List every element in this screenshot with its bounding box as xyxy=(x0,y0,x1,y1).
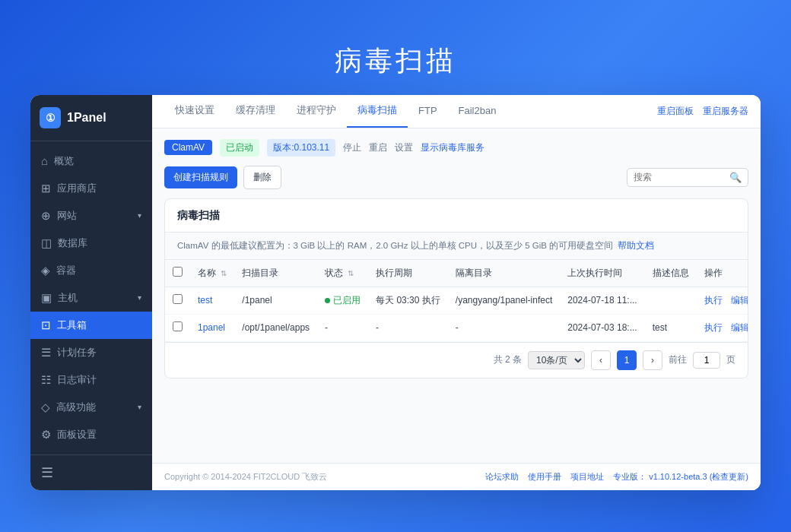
total-count: 共 2 条 xyxy=(494,353,522,366)
sidebar-item-appstore[interactable]: ⊞ 应用商店 xyxy=(30,175,152,202)
logo-icon: ① xyxy=(40,107,61,128)
restart-button[interactable]: 重启 xyxy=(369,141,387,154)
page-jump-input[interactable] xyxy=(693,352,720,369)
sidebar-item-database[interactable]: ◫ 数据库 xyxy=(30,230,152,257)
page-title: 病毒扫描 xyxy=(335,43,456,80)
edit-button[interactable]: 编辑 xyxy=(731,322,748,333)
toolbox-icon: ⊡ xyxy=(41,318,51,332)
chevron-down-icon: ▾ xyxy=(138,403,141,411)
sidebar-item-settings[interactable]: ⚙ 面板设置 xyxy=(30,421,152,448)
pagination: 共 2 条 10条/页 20条/页 50条/页 ‹ 1 › 前往 页 xyxy=(165,342,748,378)
restart-panel-button[interactable]: 重启面板 xyxy=(657,105,694,118)
col-quarantine: 隔离目录 xyxy=(448,260,560,287)
edit-button[interactable]: 编辑 xyxy=(731,295,748,306)
manual-link[interactable]: 使用手册 xyxy=(528,471,561,483)
gear-icon: ⚙ xyxy=(41,428,51,442)
sidebar-item-label: 网站 xyxy=(57,209,77,223)
row-actions: 执行 编辑 报告 删除 xyxy=(697,314,748,341)
row-last-run: 2024-07-03 18:... xyxy=(560,314,644,341)
sidebar-item-overview[interactable]: ⌂ 概览 xyxy=(30,147,152,175)
project-link[interactable]: 项目地址 xyxy=(570,471,604,483)
name-link[interactable]: 1panel xyxy=(198,322,225,333)
sidebar-item-label: 主机 xyxy=(58,291,78,305)
page-1-button[interactable]: 1 xyxy=(617,350,637,370)
logo-text: 1Panel xyxy=(67,111,106,125)
content-area: ClamAV 已启动 版本:0.103.11 停止 重启 设置 显示病毒库服务 … xyxy=(152,128,761,463)
sidebar-item-advanced[interactable]: ◇ 高级功能 ▾ xyxy=(30,394,152,421)
globe-icon: ⊕ xyxy=(41,209,51,223)
tab-fail2ban[interactable]: Fail2ban xyxy=(448,96,507,127)
footer: Copyright © 2014-2024 FIT2CLOUD 飞致云 论坛求助… xyxy=(152,463,761,490)
sidebar-item-label: 计划任务 xyxy=(57,346,97,359)
sidebar-item-host[interactable]: ▣ 主机 ▾ xyxy=(30,284,152,312)
tab-process[interactable]: 进程守护 xyxy=(286,95,347,128)
execute-button[interactable]: 执行 xyxy=(704,295,723,306)
sidebar-footer: ☰ xyxy=(30,454,152,490)
row-status: 已启用 xyxy=(317,287,368,314)
sidebar-item-label: 日志审计 xyxy=(57,373,97,387)
prev-page-button[interactable]: ‹ xyxy=(591,350,611,370)
show-lib-link[interactable]: 显示病毒库服务 xyxy=(421,141,484,154)
row-scan-dir: /opt/1panel/apps xyxy=(234,314,317,341)
sidebar-item-toolbox[interactable]: ⊡ 工具箱 xyxy=(30,312,152,339)
sidebar-logo: ① 1Panel xyxy=(30,95,152,141)
row-last-run: 2024-07-18 11:... xyxy=(560,287,644,314)
check-update-link[interactable]: (检查更新) xyxy=(710,472,748,481)
col-desc: 描述信息 xyxy=(645,260,697,287)
main-container: ① 1Panel ⌂ 概览 ⊞ 应用商店 ⊕ 网站 ▾ ◫ 数据库 xyxy=(30,95,761,490)
footer-links: 论坛求助 使用手册 项目地址 专业版： v1.10.12-beta.3 (检查更… xyxy=(485,471,748,483)
delete-button[interactable]: 删除 xyxy=(243,166,281,189)
service-status-badge: 已启动 xyxy=(220,139,259,157)
status-enabled: 已启用 xyxy=(325,294,361,307)
sidebar-item-label: 概览 xyxy=(54,154,74,168)
search-input[interactable] xyxy=(634,172,726,182)
sidebar-item-label: 面板设置 xyxy=(57,428,97,442)
container-icon: ◈ xyxy=(41,264,50,277)
sidebar-item-label: 高级功能 xyxy=(56,401,96,414)
settings-button[interactable]: 设置 xyxy=(395,141,413,154)
sidebar-item-log[interactable]: ☷ 日志审计 xyxy=(30,366,152,394)
tab-cache[interactable]: 缓存清理 xyxy=(225,95,286,128)
col-status: 状态 ⇅ xyxy=(317,260,368,287)
row-checkbox[interactable] xyxy=(173,294,183,304)
menu-icon[interactable]: ☰ xyxy=(41,465,53,480)
go-to-label: 前往 xyxy=(669,353,687,366)
forum-link[interactable]: 论坛求助 xyxy=(485,471,519,483)
row-name: test xyxy=(190,287,234,314)
stop-button[interactable]: 停止 xyxy=(343,141,361,154)
create-rule-button[interactable]: 创建扫描规则 xyxy=(164,166,237,188)
sidebar-item-website[interactable]: ⊕ 网站 ▾ xyxy=(30,202,152,230)
row-status: - xyxy=(317,314,368,341)
per-page-select[interactable]: 10条/页 20条/页 50条/页 xyxy=(528,351,585,369)
sidebar-item-scheduler[interactable]: ☰ 计划任务 xyxy=(30,339,152,366)
tab-antivirus[interactable]: 病毒扫描 xyxy=(347,95,408,128)
next-page-button[interactable]: › xyxy=(643,350,662,370)
nav-actions: 重启面板 重启服务器 xyxy=(657,105,748,118)
col-schedule: 执行周期 xyxy=(368,260,448,287)
col-name: 名称 ⇅ xyxy=(190,260,234,287)
sidebar-item-label: 工具箱 xyxy=(57,318,87,332)
row-actions: 执行 编辑 报告 删除 xyxy=(697,287,748,314)
version-info: 专业版： v1.10.12-beta.3 (检查更新) xyxy=(613,471,748,483)
sort-icon: ⇅ xyxy=(348,269,354,277)
card-title: 病毒扫描 xyxy=(177,209,220,221)
sidebar-item-container[interactable]: ◈ 容器 xyxy=(30,257,152,284)
row-checkbox[interactable] xyxy=(173,321,183,331)
restart-server-button[interactable]: 重启服务器 xyxy=(703,105,748,118)
row-scan-dir: /1panel xyxy=(234,287,317,314)
tab-ftp[interactable]: FTP xyxy=(408,96,448,127)
help-link[interactable]: 帮助文档 xyxy=(618,240,654,252)
select-all-checkbox[interactable] xyxy=(173,267,183,277)
sidebar-item-label: 应用商店 xyxy=(57,182,97,195)
name-link[interactable]: test xyxy=(198,295,212,306)
diamond-icon: ◇ xyxy=(41,401,50,414)
tab-quick[interactable]: 快速设置 xyxy=(164,95,225,128)
calendar-icon: ☰ xyxy=(41,346,51,359)
main-content: 快速设置 缓存清理 进程守护 病毒扫描 FTP Fail2ban 重启面板 重启… xyxy=(152,95,761,490)
execute-button[interactable]: 执行 xyxy=(704,322,723,333)
database-icon: ◫ xyxy=(41,236,52,250)
card-header: 病毒扫描 xyxy=(165,199,748,233)
col-scan-dir: 扫描目录 xyxy=(234,260,317,287)
home-icon: ⌂ xyxy=(41,154,48,167)
status-dot xyxy=(325,298,330,303)
